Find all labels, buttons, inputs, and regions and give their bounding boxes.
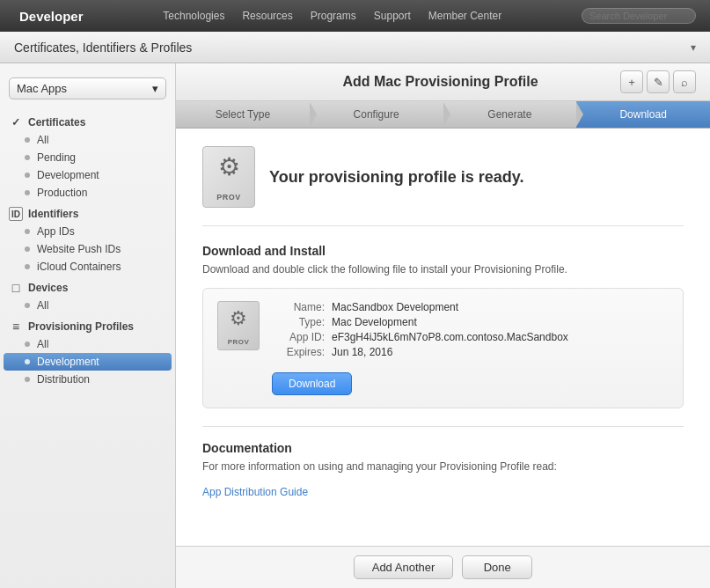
nav-programs[interactable]: Programs: [311, 10, 356, 22]
profile-card: ⚙ PROV Name: MacSandbox Development Type…: [202, 288, 684, 408]
documentation-section: Documentation For more information on us…: [202, 426, 684, 498]
main-content: ⚙ PROV Your provisioning profile is read…: [176, 129, 710, 546]
documentation-desc: For more information on using and managi…: [202, 460, 684, 473]
dropdown-label: Mac Apps: [17, 82, 67, 95]
app-distribution-guide-link[interactable]: App Distribution Guide: [202, 486, 308, 498]
brand-name: Developer: [19, 9, 84, 24]
sidebar: Mac Apps ▾ ✓ Certificates All Pending De…: [0, 63, 176, 588]
step-download[interactable]: Download: [576, 101, 710, 128]
nav-resources[interactable]: Resources: [242, 10, 292, 22]
content-actions: + ✎ ⌕: [620, 70, 696, 93]
sidebar-item-website-push[interactable]: Website Push IDs: [0, 240, 175, 258]
add-button[interactable]: +: [620, 70, 643, 93]
appid-label: App ID:: [272, 331, 325, 343]
sub-header: Certificates, Identifiers & Profiles ▾: [0, 32, 710, 63]
nav-links: Technologies Resources Programs Support …: [105, 10, 560, 22]
prov-label-large: PROV: [216, 193, 241, 202]
provisioning-icon: ≡: [9, 320, 23, 334]
name-label: Name:: [272, 301, 325, 313]
step-select-type[interactable]: Select Type: [176, 101, 310, 128]
add-another-button[interactable]: Add Another: [354, 555, 454, 579]
sidebar-item-cert-pending[interactable]: Pending: [0, 149, 175, 166]
sidebar-item-appids[interactable]: App IDs: [0, 223, 175, 240]
provisioning-section-header: ≡ Provisioning Profiles: [0, 314, 175, 335]
profile-expires-row: Expires: Jun 18, 2016: [272, 346, 669, 358]
nav-support[interactable]: Support: [374, 10, 411, 22]
sidebar-item-devices-all[interactable]: All: [0, 297, 175, 314]
profile-appid-row: App ID: eF3gH4iJ5kL6mN7oP8.com.contoso.M…: [272, 331, 669, 343]
content-area: Add Mac Provisioning Profile + ✎ ⌕ Selec…: [176, 63, 710, 588]
download-install-desc: Download and double click the following …: [202, 263, 684, 276]
identifiers-label: Identifiers: [28, 208, 78, 220]
step-configure[interactable]: Configure: [310, 101, 443, 128]
identifiers-icon: ID: [9, 207, 23, 221]
page-title: Add Mac Provisioning Profile: [260, 74, 620, 90]
documentation-title: Documentation: [202, 441, 684, 455]
sidebar-item-cert-development[interactable]: Development: [0, 166, 175, 184]
sidebar-item-prov-distribution[interactable]: Distribution: [0, 371, 175, 388]
logo: Developer: [14, 9, 84, 24]
type-value: Mac Development: [332, 316, 417, 328]
appid-value: eF3gH4iJ5kL6mN7oP8.com.contoso.MacSandbo…: [332, 331, 568, 343]
devices-label: Devices: [28, 282, 68, 294]
mac-apps-dropdown[interactable]: Mac Apps ▾: [9, 77, 166, 99]
expires-value: Jun 18, 2016: [332, 346, 392, 358]
profile-type-row: Type: Mac Development: [272, 316, 669, 328]
gear-icon: ⚙: [218, 152, 240, 181]
name-value: MacSandbox Development: [332, 301, 458, 313]
certificates-section-header: ✓ Certificates: [0, 110, 175, 131]
dropdown-arrow-icon: ▾: [152, 82, 158, 95]
stepper: Select Type Configure Generate Download: [176, 101, 710, 129]
expires-label: Expires:: [272, 346, 325, 358]
sidebar-item-cert-production[interactable]: Production: [0, 184, 175, 202]
ready-section: ⚙ PROV Your provisioning profile is read…: [202, 146, 684, 226]
identifiers-section-header: ID Identifiers: [0, 202, 175, 223]
prov-label-small: PROV: [228, 338, 250, 346]
gear-icon-small: ⚙: [230, 307, 247, 330]
search-button[interactable]: ⌕: [673, 70, 696, 93]
profile-details: Name: MacSandbox Development Type: Mac D…: [272, 301, 669, 395]
download-install-section: Download and Install Download and double…: [202, 244, 684, 408]
certificates-label: Certificates: [28, 116, 85, 129]
search-input[interactable]: [582, 8, 696, 24]
content-header: Add Mac Provisioning Profile + ✎ ⌕: [176, 63, 710, 101]
provisioning-label: Provisioning Profiles: [28, 320, 134, 333]
download-install-title: Download and Install: [202, 244, 684, 258]
sub-header-title: Certificates, Identifiers & Profiles: [14, 40, 192, 55]
done-button[interactable]: Done: [462, 555, 532, 579]
nav-technologies[interactable]: Technologies: [163, 10, 224, 22]
prov-icon-small: ⚙ PROV: [217, 301, 260, 350]
type-label: Type:: [272, 316, 325, 328]
main-layout: Mac Apps ▾ ✓ Certificates All Pending De…: [0, 63, 710, 588]
nav-member-center[interactable]: Member Center: [428, 10, 501, 22]
top-nav: Developer Technologies Resources Program…: [0, 0, 710, 32]
sidebar-item-prov-all[interactable]: All: [0, 335, 175, 353]
step-generate[interactable]: Generate: [443, 101, 577, 128]
download-profile-button[interactable]: Download: [272, 372, 352, 395]
prov-icon-large: ⚙ PROV: [202, 146, 255, 208]
content-footer: Add Another Done: [176, 546, 710, 588]
sidebar-item-prov-development[interactable]: Development: [4, 353, 172, 371]
certificates-icon: ✓: [9, 115, 23, 129]
ready-text: Your provisioning profile is ready.: [269, 168, 523, 187]
sidebar-item-icloud[interactable]: iCloud Containers: [0, 258, 175, 276]
profile-name-row: Name: MacSandbox Development: [272, 301, 669, 313]
edit-button[interactable]: ✎: [647, 70, 670, 93]
devices-icon: □: [9, 281, 23, 295]
sub-header-arrow-icon[interactable]: ▾: [691, 41, 696, 54]
sidebar-item-cert-all[interactable]: All: [0, 131, 175, 149]
devices-section-header: □ Devices: [0, 276, 175, 297]
